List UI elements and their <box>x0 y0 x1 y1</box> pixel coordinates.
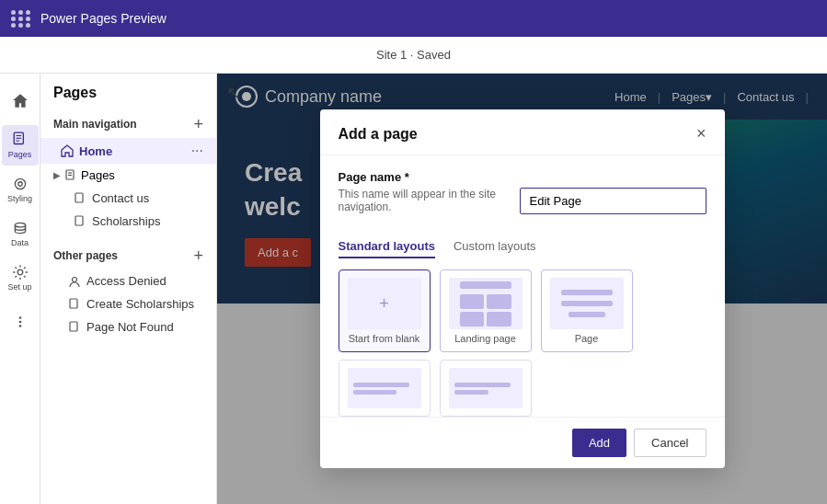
nav-item-page-not-found-label: Page Not Found <box>86 320 174 334</box>
modal-scroll-area[interactable]: Page name * This name will appear in the… <box>320 155 725 417</box>
svg-rect-15 <box>75 216 83 225</box>
layouts-tabs: Standard layouts Custom layouts <box>339 239 706 258</box>
layout-cards-row1: + Start from blank <box>339 269 706 352</box>
layout-card-landing[interactable]: Landing page <box>440 269 532 352</box>
sidebar-setup-label: Set up <box>7 282 31 292</box>
nav-item-contact-us[interactable]: Contact us <box>40 187 216 210</box>
nav-item-home-label: Home <box>79 144 112 158</box>
sidebar-item-styling[interactable]: Styling <box>2 169 39 210</box>
blank-visual: + <box>348 278 421 329</box>
svg-rect-18 <box>70 322 77 331</box>
layouts-section: Standard layouts Custom layouts + Start … <box>339 239 706 417</box>
modal-backdrop: Add a page × Page name * This name will … <box>217 74 827 504</box>
modal-footer: Add Cancel <box>320 417 725 468</box>
other-pages-header: Other pages + <box>40 242 216 269</box>
svg-point-7 <box>17 269 23 275</box>
layout-card-blank[interactable]: + Start from blank <box>339 269 431 352</box>
blank-label: Start from blank <box>349 333 420 344</box>
layout-card-custom-2[interactable] <box>440 360 532 417</box>
sidebar-item-home[interactable] <box>2 81 39 121</box>
sidebar-item-more[interactable] <box>2 302 39 342</box>
custom2-visual <box>449 368 523 408</box>
svg-point-8 <box>18 316 21 319</box>
svg-point-9 <box>18 321 21 324</box>
nav-item-pages-group[interactable]: ▶ Pages <box>40 164 216 187</box>
nav-item-access-denied-label: Access Denied <box>86 274 167 288</box>
sidebar-styling-label: Styling <box>7 194 32 203</box>
layout-card-page[interactable]: Page <box>541 269 633 352</box>
svg-point-6 <box>15 223 25 227</box>
nav-item-contact-label: Contact us <box>92 191 149 205</box>
nav-item-scholarships[interactable]: Scholarships <box>40 210 216 233</box>
home-more-button[interactable]: ··· <box>191 143 203 159</box>
tab-custom-layouts[interactable]: Custom layouts <box>454 239 536 258</box>
modal-title: Add a page <box>339 126 418 143</box>
layout-card-custom-1[interactable] <box>339 360 431 417</box>
content-area: ↖ Company name Home | Pages▾ | Contact u… <box>217 74 827 504</box>
landing-label: Landing page <box>454 333 516 344</box>
add-button[interactable]: Add <box>572 429 626 457</box>
sidebar-pages-label: Pages <box>8 150 32 159</box>
sidebar-item-setup[interactable]: Set up <box>2 258 39 298</box>
svg-rect-14 <box>75 193 83 202</box>
svg-point-10 <box>18 325 21 327</box>
svg-point-16 <box>73 277 77 281</box>
landing-visual <box>449 278 523 329</box>
tab-standard-layouts[interactable]: Standard layouts <box>339 239 435 258</box>
app-dots-icon <box>11 10 31 28</box>
icon-sidebar: Pages Styling Data Set up <box>0 74 40 504</box>
sidebar-data-label: Data <box>11 238 29 247</box>
field-hint: This name will appear in the site naviga… <box>339 188 505 213</box>
svg-point-4 <box>15 178 25 189</box>
add-other-pages-button[interactable]: + <box>193 247 203 264</box>
sidebar-item-data[interactable]: Data <box>2 213 39 254</box>
saved-status: Site 1 · Saved <box>376 48 451 62</box>
nav-item-page-not-found[interactable]: Page Not Found <box>40 315 216 338</box>
svg-rect-17 <box>70 299 77 308</box>
nav-item-create-scholarships[interactable]: Create Scholarships <box>40 292 216 315</box>
modal-header: Add a page × <box>320 109 725 155</box>
chevron-icon: ▶ <box>53 170 61 180</box>
app-title: Power Pages Preview <box>40 11 167 26</box>
nav-item-access-denied[interactable]: Access Denied <box>40 269 216 292</box>
subheader: Site 1 · Saved <box>0 37 827 74</box>
svg-point-5 <box>17 182 22 187</box>
nav-item-home[interactable]: Home ··· <box>40 138 216 164</box>
field-label: Page name * <box>339 170 706 184</box>
nav-item-create-scholarships-label: Create Scholarships <box>86 297 194 311</box>
nav-item-pages-label: Pages <box>81 168 115 182</box>
sidebar-item-pages[interactable]: Pages <box>2 125 39 166</box>
pages-panel-title: Pages <box>40 85 216 110</box>
main-layout: Pages Styling Data Set up Pages Main nav… <box>0 74 827 504</box>
nav-item-scholarships-label: Scholarships <box>92 214 160 228</box>
pages-panel: Pages Main navigation + Home ··· ▶ Pages… <box>40 74 217 504</box>
custom1-visual <box>348 368 421 408</box>
page-name-input[interactable] <box>520 188 706 214</box>
page-visual <box>550 278 624 329</box>
modal-close-button[interactable]: × <box>696 124 706 143</box>
add-main-nav-button[interactable]: + <box>193 116 203 132</box>
layout-cards-row2 <box>339 360 706 417</box>
cancel-button[interactable]: Cancel <box>634 429 706 457</box>
plus-icon: + <box>379 294 389 314</box>
field-info: This name will appear in the site naviga… <box>339 188 505 221</box>
main-navigation-header: Main navigation + <box>40 110 216 138</box>
topbar: Power Pages Preview <box>0 0 827 37</box>
landing-grid <box>460 294 511 326</box>
add-page-modal: Add a page × Page name * This name will … <box>320 109 725 468</box>
page-label: Page <box>575 333 599 344</box>
field-row: This name will appear in the site naviga… <box>339 188 706 221</box>
